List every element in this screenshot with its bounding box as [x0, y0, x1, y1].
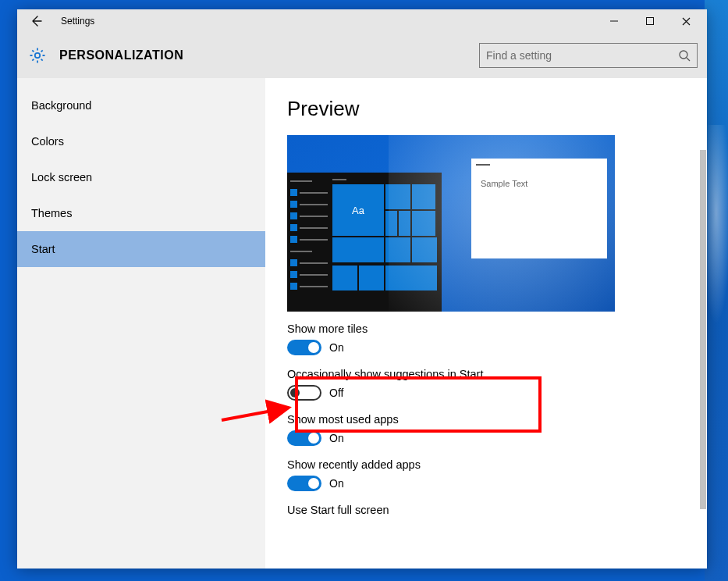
setting-label: Use Start full screen: [287, 504, 693, 516]
toggle-state-text: Off: [329, 387, 343, 399]
scrollbar-thumb[interactable]: [700, 150, 706, 509]
toggle-suggestions-in-start[interactable]: [287, 385, 321, 401]
maximize-button[interactable]: [632, 9, 668, 33]
setting-use-start-full-screen: Use Start full screen: [287, 504, 693, 516]
setting-label: Occasionally show suggestions in Start: [287, 368, 693, 380]
svg-line-4: [687, 58, 690, 61]
content-heading: Preview: [287, 97, 693, 121]
toggle-show-more-tiles[interactable]: [287, 340, 321, 355]
toggle-state-text: On: [329, 432, 344, 444]
svg-rect-1: [647, 18, 654, 25]
settings-window: Settings PERSONALIZATION Background Colo…: [17, 9, 707, 569]
setting-show-more-tiles: Show more tiles On: [287, 323, 693, 355]
svg-point-2: [35, 53, 40, 58]
search-input[interactable]: [486, 49, 678, 62]
sidebar: Background Colors Lock screen Themes Sta…: [17, 78, 265, 569]
back-arrow-icon: [30, 15, 42, 27]
titlebar: Settings: [17, 9, 707, 33]
preview-sample-text: Sample Text: [471, 171, 607, 196]
preview-sample-window: Sample Text: [471, 159, 607, 258]
setting-label: Show recently added apps: [287, 458, 693, 471]
sidebar-item-lock-screen[interactable]: Lock screen: [17, 159, 265, 195]
desktop-background: [705, 0, 728, 581]
preview-tile-text: Aa: [332, 184, 384, 236]
sidebar-item-background[interactable]: Background: [17, 87, 265, 123]
header-bar: PERSONALIZATION: [17, 33, 707, 78]
toggle-show-most-used-apps[interactable]: [287, 430, 321, 446]
page-title: PERSONALIZATION: [59, 48, 183, 62]
sidebar-item-start[interactable]: Start: [17, 231, 265, 267]
minimize-icon: [610, 17, 618, 25]
start-menu-mock: Aa: [287, 173, 442, 312]
search-box[interactable]: [479, 43, 698, 68]
search-icon: [678, 49, 691, 62]
svg-point-3: [680, 51, 687, 59]
minimize-button[interactable]: [596, 9, 632, 33]
back-button[interactable]: [25, 10, 47, 32]
sidebar-item-themes[interactable]: Themes: [17, 195, 265, 231]
toggle-state-text: On: [329, 477, 344, 490]
close-icon: [682, 17, 691, 26]
gear-icon: [27, 45, 48, 66]
sidebar-item-colors[interactable]: Colors: [17, 123, 265, 159]
setting-show-recently-added-apps: Show recently added apps On: [287, 458, 693, 491]
setting-show-most-used-apps: Show most used apps On: [287, 413, 693, 446]
scrollbar[interactable]: [700, 78, 706, 569]
setting-label: Show more tiles: [287, 323, 693, 335]
close-button[interactable]: [668, 9, 704, 33]
window-title: Settings: [61, 16, 94, 27]
preview-thumbnail: Aa: [287, 135, 615, 312]
body: Background Colors Lock screen Themes Sta…: [17, 78, 707, 569]
toggle-state-text: On: [329, 341, 344, 354]
setting-suggestions-in-start: Occasionally show suggestions in Start O…: [287, 368, 693, 401]
content-area: Preview: [265, 78, 707, 569]
toggle-show-recently-added-apps[interactable]: [287, 476, 321, 491]
maximize-icon: [646, 17, 654, 25]
setting-label: Show most used apps: [287, 413, 693, 426]
